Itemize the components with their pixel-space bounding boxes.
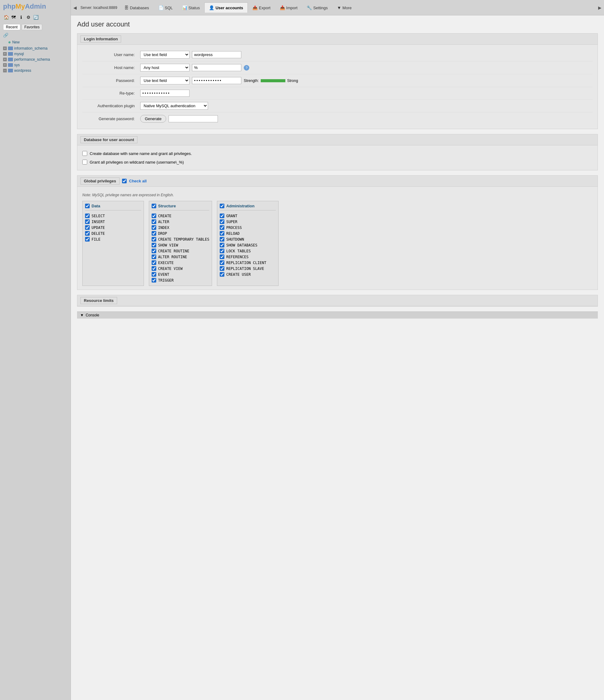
priv-execute: EXECUTE (152, 260, 209, 266)
cb-create-user[interactable] (220, 272, 224, 277)
tab-import[interactable]: 📥 Import (275, 2, 302, 12)
cb-shutdown[interactable] (220, 237, 224, 242)
home-icon[interactable]: 🏠 (3, 14, 9, 20)
resource-limits-header: Resource limits (77, 295, 598, 306)
cb-create-temp-tables[interactable] (152, 237, 156, 242)
data-check-all[interactable] (85, 204, 90, 208)
cb-replication-client[interactable] (220, 260, 224, 265)
structure-check-all[interactable] (152, 204, 156, 208)
check-all-checkbox[interactable] (122, 179, 127, 183)
password-controls: Use text field No password Strength: Str… (140, 77, 593, 84)
cb-process[interactable] (220, 225, 224, 230)
username-type-select[interactable]: Use text field Any user (140, 51, 190, 58)
favorites-tab[interactable]: Favorites (22, 24, 42, 30)
sidebar-item-mysql[interactable]: + mysql (0, 51, 71, 57)
cb-show-view[interactable] (152, 243, 156, 247)
tab-more[interactable]: ▼ More (332, 2, 356, 12)
global-privileges-header: Global privileges Check all (77, 176, 598, 187)
retype-input[interactable] (140, 90, 190, 97)
wildcard-checkbox-row: Grant all privileges on wildcard name (u… (82, 158, 593, 166)
database-section-title[interactable]: Database for user account (80, 136, 138, 143)
cb-drop[interactable] (152, 231, 156, 236)
cb-insert[interactable] (85, 219, 90, 224)
priv-lock-tables: LOCK TABLES (220, 248, 276, 254)
password-type-select[interactable]: Use text field No password (140, 77, 190, 84)
priv-event: EVENT (152, 271, 209, 277)
structure-box-header: Structure (152, 204, 209, 210)
priv-create-routine: CREATE ROUTINE (152, 248, 209, 254)
data-box-header: Data (85, 204, 141, 210)
hostname-help-icon[interactable]: ? (244, 65, 249, 71)
resource-limits-title[interactable]: Resource limits (80, 297, 117, 304)
structure-privileges-box: Structure CREATE ALTER INDEX (149, 201, 212, 286)
recent-tab[interactable]: Recent (3, 24, 20, 30)
login-information-section: Login Information User name: Use text fi… (77, 33, 598, 129)
tab-export[interactable]: 📤 Export (248, 2, 275, 12)
expand-icon[interactable]: − (3, 69, 7, 72)
cb-references[interactable] (220, 254, 224, 259)
generate-button[interactable]: Generate (140, 115, 166, 123)
settings-icon[interactable]: ⚙ (25, 14, 31, 20)
username-input[interactable] (192, 51, 241, 58)
tab-sql[interactable]: 📄 SQL (154, 2, 177, 12)
generated-password-input[interactable] (169, 115, 218, 122)
tab-status[interactable]: 📊 Status (177, 2, 204, 12)
cb-alter[interactable] (152, 219, 156, 224)
global-privileges-title[interactable]: Global privileges (80, 177, 120, 184)
sidebar-item-sys[interactable]: + sys (0, 62, 71, 68)
info-icon[interactable]: ℹ (18, 14, 24, 20)
login-info-title[interactable]: Login Information (80, 35, 121, 43)
expand-icon[interactable]: + (3, 63, 7, 67)
cb-event[interactable] (152, 272, 156, 277)
page-title: Add user account (77, 20, 598, 28)
cb-alter-routine[interactable] (152, 254, 156, 259)
cb-super[interactable] (220, 219, 224, 224)
retype-controls (140, 90, 593, 97)
cb-execute[interactable] (152, 260, 156, 265)
expand-icon[interactable]: + (3, 58, 7, 61)
cb-trigger[interactable] (152, 278, 156, 282)
check-all-label[interactable]: Check all (129, 179, 147, 183)
cb-update[interactable] (85, 225, 90, 230)
administration-group-title: Administration (226, 204, 255, 208)
admin-check-all[interactable] (220, 204, 224, 208)
cb-grant[interactable] (220, 214, 224, 218)
strength-bar-visual (261, 79, 285, 82)
hostname-type-select[interactable]: Any host Local Use text field (140, 64, 190, 72)
hostname-input[interactable] (192, 64, 241, 71)
cb-create-routine[interactable] (152, 249, 156, 253)
refresh-icon[interactable]: 🔄 (33, 14, 39, 20)
cb-reload[interactable] (220, 231, 224, 236)
wildcard-checkbox[interactable] (82, 159, 87, 165)
data-privileges-box: Data SELECT INSERT UPDATE (82, 201, 144, 286)
sidebar-item-information-schema[interactable]: + information_schema (0, 46, 71, 51)
nav-back[interactable]: ◀ (72, 4, 78, 11)
priv-delete: DELETE (85, 230, 141, 236)
cb-show-databases[interactable] (220, 243, 224, 247)
sidebar-item-wordpress[interactable]: − wordpress (0, 68, 71, 73)
password-input[interactable] (192, 77, 241, 84)
console-bar[interactable]: ▼ Console (77, 311, 598, 319)
sidebar-new-item[interactable]: ● New (0, 39, 71, 46)
expand-icon[interactable]: + (3, 47, 7, 50)
cb-file[interactable] (85, 237, 90, 242)
login-info-body: User name: Use text field Any user Host … (77, 45, 598, 129)
create-db-checkbox[interactable] (82, 151, 87, 156)
cb-replication-slave[interactable] (220, 266, 224, 271)
cb-create[interactable] (152, 214, 156, 218)
tab-settings[interactable]: 🔧 Settings (302, 2, 332, 12)
sidebar-item-performance-schema[interactable]: + performance_schema (0, 57, 71, 62)
tab-databases[interactable]: 🗄 Databases (120, 2, 153, 12)
nav-forward[interactable]: ▶ (597, 4, 603, 11)
auth-plugin-select[interactable]: Native MySQL authentication SHA256 passw… (140, 102, 208, 110)
map-icon[interactable]: 🗺 (10, 14, 17, 20)
cb-lock-tables[interactable] (220, 249, 224, 253)
expand-icon[interactable]: + (3, 52, 7, 56)
cb-index[interactable] (152, 225, 156, 230)
tab-user-accounts[interactable]: 👤 User accounts (204, 2, 248, 12)
db-icon (8, 52, 13, 56)
cb-select[interactable] (85, 214, 90, 218)
nav-tabs: 🗄 Databases 📄 SQL 📊 Status 👤 User accoun… (120, 2, 597, 12)
cb-create-view[interactable] (152, 266, 156, 271)
cb-delete[interactable] (85, 231, 90, 236)
